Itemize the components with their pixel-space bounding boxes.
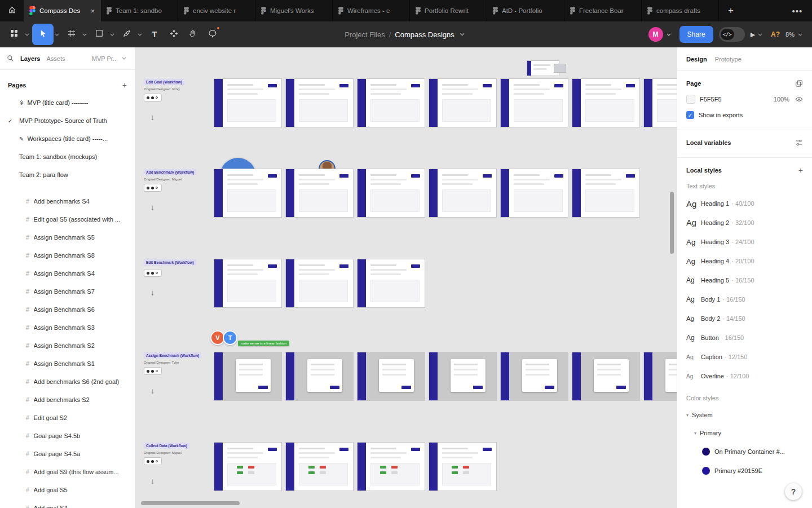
text-style-item[interactable]: Ag Body 2 · 14/150 xyxy=(686,309,803,328)
design-frame-thumbnail[interactable] xyxy=(429,79,496,127)
design-frame-thumbnail[interactable] xyxy=(572,352,639,400)
design-frame-thumbnail[interactable] xyxy=(286,79,353,127)
color-style-item[interactable]: On Primary Container #... xyxy=(702,442,803,461)
page-item[interactable]: ✓ Team 2: para flow xyxy=(0,166,135,184)
design-frame-thumbnail[interactable] xyxy=(286,443,353,491)
design-frame-thumbnail[interactable] xyxy=(358,352,425,400)
components-button[interactable] xyxy=(164,24,183,45)
design-frame-thumbnail[interactable] xyxy=(429,443,496,491)
layer-item-frame[interactable]: # Edit goal S5 (associated with ... xyxy=(0,210,135,228)
frame-tool-button[interactable] xyxy=(62,24,81,45)
search-icon[interactable] xyxy=(7,55,14,62)
add-style-button[interactable]: + xyxy=(798,166,803,175)
layer-item-frame[interactable]: # Add benchmarks S6 (2nd goal) xyxy=(0,373,135,391)
design-frame-thumbnail[interactable] xyxy=(644,352,677,400)
layer-item-frame[interactable]: # Add goal S4 xyxy=(0,499,135,508)
flow-name-tag[interactable]: Add Benchmark (Workflow) xyxy=(144,169,196,175)
page-opacity-value[interactable]: 100% xyxy=(774,96,789,103)
design-frame-thumbnail[interactable] xyxy=(214,443,281,491)
text-tool-button[interactable]: T xyxy=(145,24,164,45)
eye-icon[interactable] xyxy=(795,95,803,103)
breadcrumb-project[interactable]: Project Files xyxy=(345,30,385,39)
design-frame-thumbnail[interactable] xyxy=(286,169,353,217)
layer-item-frame[interactable]: # Add goal S5 xyxy=(0,481,135,499)
page-color-value[interactable]: F5F5F5 xyxy=(700,96,722,103)
flow-name-tag[interactable]: Edit Benchmark (Workflow) xyxy=(144,259,196,266)
file-tab[interactable]: Compass Des × xyxy=(24,0,101,21)
show-in-exports-checkbox[interactable]: ✓ xyxy=(686,111,694,119)
design-frame-thumbnail[interactable] xyxy=(214,352,281,400)
text-style-item[interactable]: Ag Heading 5 · 16/150 xyxy=(686,271,803,290)
chevron-down-icon[interactable] xyxy=(82,33,87,36)
file-tab[interactable]: AtD - Portfolio xyxy=(487,0,564,21)
text-style-item[interactable]: Ag Heading 4 · 20/100 xyxy=(686,251,803,271)
layer-item-frame[interactable]: # Assign Benchmark S3 xyxy=(0,319,135,337)
share-button[interactable]: Share xyxy=(679,26,713,43)
flow-name-tag[interactable]: Edit Goal (Workflow) xyxy=(144,79,184,85)
text-style-item[interactable]: Ag Heading 1 · 40/100 xyxy=(686,194,803,213)
design-frame-thumbnail[interactable] xyxy=(501,79,568,127)
design-frame-thumbnail[interactable] xyxy=(572,79,639,127)
color-group-system[interactable]: ▾ System xyxy=(686,406,803,424)
layer-item-frame[interactable]: # Add benchmarks S4 xyxy=(0,192,135,210)
zoom-level[interactable]: 8% xyxy=(785,31,795,38)
layer-item-frame[interactable]: # Add goal S9 (this flow assum... xyxy=(0,463,135,481)
design-frame-thumbnail[interactable] xyxy=(501,352,568,400)
layer-item-frame[interactable]: # Add benchmarks S2 xyxy=(0,391,135,409)
flow-name-tag[interactable]: Collect Data (Workflow) xyxy=(144,443,189,449)
design-frame-thumbnail[interactable] xyxy=(644,79,677,127)
text-style-item[interactable]: Ag Heading 2 · 32/100 xyxy=(686,213,803,232)
chevron-down-icon[interactable] xyxy=(667,33,671,36)
layer-item-frame[interactable]: # Assign Benchmark S4 xyxy=(0,264,135,282)
chevron-down-icon[interactable] xyxy=(25,33,29,36)
move-tool-button[interactable] xyxy=(32,24,54,45)
page-color-swatch[interactable] xyxy=(686,95,695,104)
dev-mode-toggle[interactable]: </> xyxy=(719,27,745,42)
design-frame-thumbnail[interactable] xyxy=(358,443,425,491)
file-tab[interactable]: Freelance Boar xyxy=(564,0,642,21)
chevron-down-icon[interactable] xyxy=(798,33,802,36)
page-item[interactable]: ✓ Team 1: sandbox (mockups) xyxy=(0,148,135,166)
shape-tool-button[interactable] xyxy=(90,24,109,45)
file-panel-tab[interactable]: MVP Pr... xyxy=(92,55,129,62)
variables-settings-icon[interactable] xyxy=(795,139,803,147)
design-frame-thumbnail[interactable] xyxy=(214,259,281,307)
design-frame-thumbnail[interactable] xyxy=(358,169,425,217)
user-avatar[interactable]: M xyxy=(648,27,663,42)
design-frame-thumbnail[interactable] xyxy=(429,169,496,217)
collaborator-avatar-t[interactable]: T xyxy=(223,330,237,345)
page-variables-icon[interactable] xyxy=(795,79,803,87)
flow-name-tag[interactable]: Assign Benchmark (Workflow) xyxy=(144,352,201,359)
spellcheck-icon[interactable]: A? xyxy=(771,30,780,38)
layer-item-frame[interactable]: # Goal page S4.5a xyxy=(0,445,135,463)
layer-item-frame[interactable]: # Assign Benchmark S8 xyxy=(0,246,135,264)
file-tab[interactable]: enciv website r xyxy=(178,0,255,21)
help-button[interactable]: ? xyxy=(785,483,802,500)
canvas-horizontal-scrollbar[interactable] xyxy=(141,501,240,505)
page-item[interactable]: ✓ MVP Prototype- Source of Truth xyxy=(0,112,135,130)
hand-tool-button[interactable] xyxy=(183,24,202,45)
file-tab[interactable]: Portfolio Rewrit xyxy=(410,0,487,21)
layer-item-frame[interactable]: # Assign Benchmark S2 xyxy=(0,337,135,355)
tab-assets[interactable]: Assets xyxy=(46,55,65,62)
page-item[interactable]: ✓ ※ MVP (title card) -------- xyxy=(0,94,135,112)
design-frame-thumbnail[interactable] xyxy=(214,169,281,217)
design-frame-thumbnail[interactable] xyxy=(429,352,496,400)
tab-prototype[interactable]: Prototype xyxy=(715,56,742,63)
file-tab[interactable]: compass drafts xyxy=(642,0,719,21)
layer-item-frame[interactable]: # Assign Benchmark S7 xyxy=(0,282,135,301)
layer-item-frame[interactable]: # Goal page S4.5b xyxy=(0,427,135,445)
text-style-item[interactable]: Ag Button · 16/150 xyxy=(686,328,803,347)
breadcrumb-file-name[interactable]: Compass Designs xyxy=(395,30,454,39)
home-tab[interactable] xyxy=(0,0,24,21)
design-frame-thumbnail[interactable] xyxy=(358,259,425,307)
canvas[interactable]: V M V T make sense in a linear fashion E… xyxy=(135,47,677,508)
design-frame-thumbnail[interactable] xyxy=(286,352,353,400)
canvas-vertical-scrollbar[interactable] xyxy=(670,192,674,254)
color-group-primary[interactable]: ▾ Primary xyxy=(686,424,803,442)
window-menu-button[interactable]: ••• xyxy=(783,0,812,21)
chevron-down-icon[interactable] xyxy=(138,33,142,36)
pen-tool-button[interactable] xyxy=(117,24,136,45)
chevron-down-icon[interactable] xyxy=(460,33,465,36)
main-menu-button[interactable] xyxy=(5,24,24,45)
